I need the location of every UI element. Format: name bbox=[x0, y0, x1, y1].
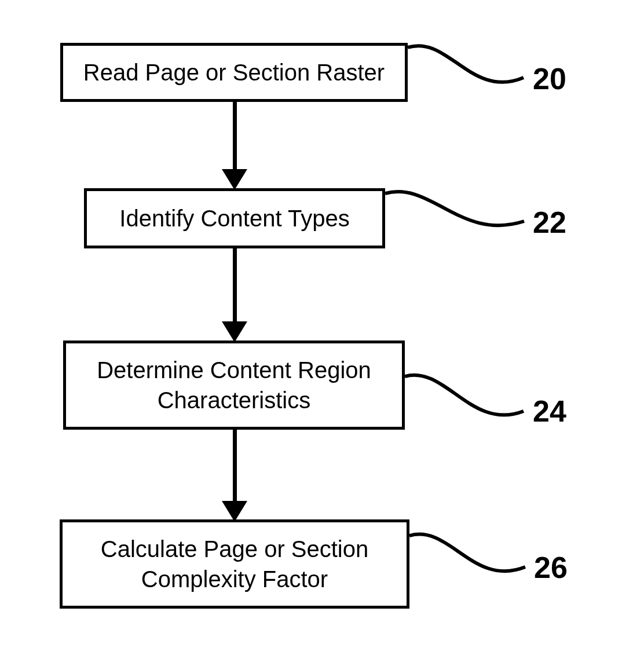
flow-step-read-raster: Read Page or Section Raster bbox=[60, 43, 408, 102]
step-label-20: 20 bbox=[533, 61, 566, 96]
connector-curve-2 bbox=[385, 186, 530, 239]
step-text: Calculate Page or Section Complexity Fac… bbox=[74, 534, 395, 594]
step-label-24: 24 bbox=[533, 394, 566, 429]
connector-curve-3 bbox=[405, 371, 529, 426]
step-text: Read Page or Section Raster bbox=[83, 57, 385, 87]
flow-step-determine-characteristics: Determine Content Region Characteristics bbox=[63, 341, 405, 430]
step-label-26: 26 bbox=[534, 550, 568, 585]
step-label-22: 22 bbox=[533, 205, 566, 240]
connector-curve-1 bbox=[408, 42, 529, 94]
arrow-1 bbox=[222, 102, 247, 190]
step-text: Determine Content Region Characteristics bbox=[78, 355, 390, 415]
flow-step-calculate-complexity: Calculate Page or Section Complexity Fac… bbox=[60, 519, 409, 609]
connector-curve-4 bbox=[409, 530, 531, 582]
flow-step-identify-content: Identify Content Types bbox=[84, 188, 385, 248]
flowchart-diagram: Read Page or Section Raster 20 Identify … bbox=[0, 0, 644, 659]
step-text: Identify Content Types bbox=[119, 203, 349, 233]
arrow-2 bbox=[222, 248, 247, 342]
arrow-3 bbox=[222, 430, 247, 522]
